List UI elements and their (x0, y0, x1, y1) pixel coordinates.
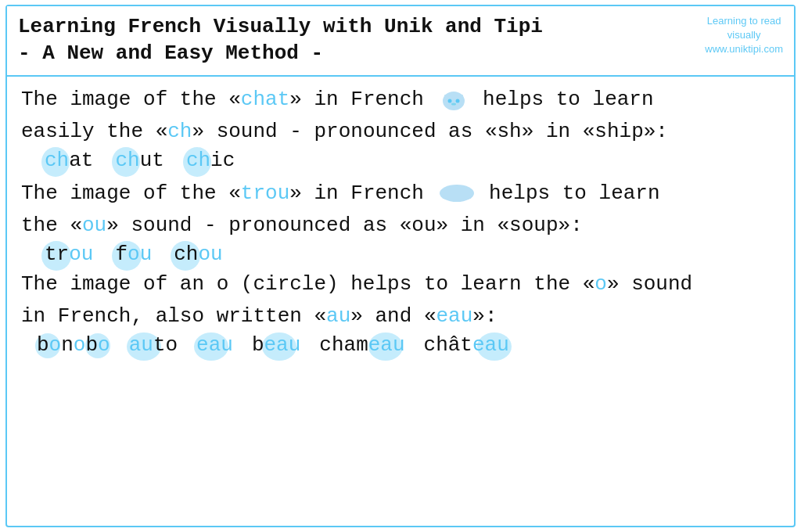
au-highlight: au (326, 304, 350, 328)
word-item-auto: auto (129, 333, 178, 357)
section3-paragraph: The image of an o (circle) helps to lear… (21, 269, 780, 300)
section3-paragraph2: in French, also written «au» and «eau»: (21, 301, 780, 332)
title-line1: Learning French Visually with Unik and T… (18, 15, 543, 38)
ch-highlight-1: ch (167, 120, 192, 143)
word-trou: trou (241, 182, 289, 205)
section2-paragraph: The image of the «trou» in French helps … (21, 178, 780, 209)
cat-icon-1 (440, 85, 468, 113)
main-container: Learning French Visually with Unik and T… (5, 5, 796, 527)
section2-paragraph2: the «ou» sound - pronounced as «ou» in «… (21, 210, 780, 241)
tagline-line3: www.uniktipi.com (705, 43, 783, 55)
tagline-line2: visually (727, 29, 761, 41)
ou-words-row: trou fou chou (45, 243, 780, 266)
word-chat: chat (241, 88, 289, 111)
word-item-chameau: chameau (319, 333, 404, 357)
word-item-chic: chic (186, 149, 235, 172)
word-item-fou: fou (115, 243, 152, 266)
section1-paragraph2: easily the «ch» sound - pronounced as «s… (21, 117, 780, 147)
section1-paragraph: The image of the «chat» in French helps … (21, 84, 780, 115)
main-title: Learning French Visually with Unik and T… (18, 14, 783, 67)
svg-point-3 (447, 99, 451, 103)
eau-highlight: eau (436, 304, 473, 328)
o-highlight: o (594, 272, 607, 296)
word-item-beau: beau (252, 333, 300, 357)
word-item-chou: chou (174, 243, 222, 266)
word-item-trou: trou (45, 243, 93, 266)
title-line2: - A New and Easy Method - (18, 41, 323, 65)
content-area: The image of the «chat» in French helps … (7, 77, 794, 526)
ch-words-row: chat chut chic (45, 149, 780, 172)
o-words-row: bonobo auto eau beau chameau (37, 333, 780, 357)
word-item-bonobo: bonobo (37, 333, 110, 357)
word-item-eau: eau (196, 333, 233, 357)
word-item-chut: chut (115, 149, 163, 172)
hole-icon (440, 185, 474, 202)
header-tagline: Learning to read visually www.uniktipi.c… (705, 14, 783, 57)
word-item-chat: chat (45, 149, 93, 172)
svg-point-5 (451, 103, 456, 106)
word-item-chateau: château (424, 333, 509, 357)
ou-highlight: ou (82, 214, 106, 237)
svg-point-4 (455, 99, 459, 103)
svg-point-0 (443, 92, 465, 110)
tagline-line1: Learning to read (707, 15, 781, 27)
header: Learning French Visually with Unik and T… (7, 6, 794, 77)
